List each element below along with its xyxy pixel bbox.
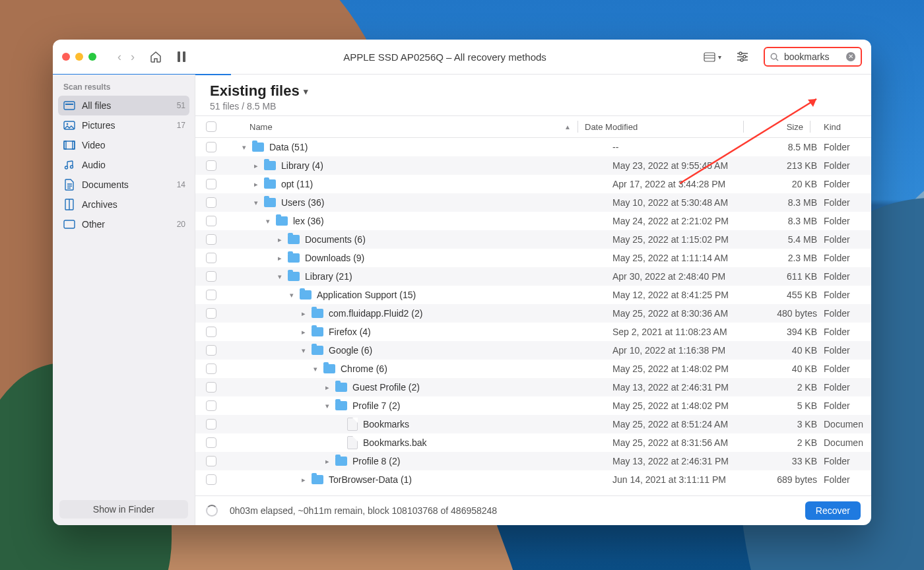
sidebar-item-all-files[interactable]: All files51 — [58, 96, 189, 115]
row-checkbox[interactable] — [206, 327, 216, 337]
row-checkbox[interactable] — [206, 364, 216, 374]
sidebar-item-other[interactable]: Other20 — [53, 214, 195, 234]
disclosure-toggle[interactable]: ▾ — [252, 199, 260, 207]
sidebar-item-count: 14 — [177, 180, 185, 189]
sidebar-item-archives[interactable]: Archives — [53, 195, 195, 214]
search-input[interactable] — [783, 51, 842, 63]
disclosure-toggle[interactable]: ▸ — [300, 328, 308, 336]
back-button[interactable]: ‹ — [117, 50, 121, 64]
table-row[interactable]: ▾Data (51)--8.5 MBFolder — [195, 138, 871, 156]
disclosure-toggle[interactable]: ▾ — [264, 217, 272, 226]
disclosure-toggle[interactable]: ▾ — [240, 143, 248, 152]
row-checkbox[interactable] — [206, 179, 216, 189]
view-mode-button[interactable]: ▾ — [704, 52, 721, 62]
results-title[interactable]: Existing files ▾ — [210, 82, 858, 100]
zoom-window-button[interactable] — [88, 53, 96, 61]
row-checkbox[interactable] — [206, 456, 216, 466]
column-size[interactable]: Size — [750, 122, 803, 132]
table-row[interactable]: ▸Documents (6)May 25, 2022 at 1:15:02 PM… — [195, 230, 871, 249]
svg-point-22 — [65, 166, 68, 169]
svg-point-8 — [743, 55, 746, 58]
disclosure-toggle[interactable]: ▾ — [288, 291, 296, 300]
column-name[interactable]: Name▲ — [220, 122, 571, 132]
sidebar-item-audio[interactable]: Audio — [53, 155, 195, 175]
row-checkbox[interactable] — [206, 474, 216, 485]
table-row[interactable]: Bookmarks.bakMay 25, 2022 at 8:31:56 AM2… — [195, 433, 871, 452]
file-kind: Folder — [817, 197, 863, 208]
sidebar-item-pictures[interactable]: Pictures17 — [53, 115, 195, 135]
disclosure-toggle[interactable]: ▾ — [312, 365, 319, 373]
filter-button[interactable] — [736, 51, 749, 62]
file-name: opt (11) — [281, 179, 313, 189]
file-date: Apr 30, 2022 at 2:48:40 PM — [612, 271, 764, 282]
folder-icon — [335, 401, 347, 410]
audio-icon — [63, 159, 75, 171]
row-checkbox[interactable] — [206, 234, 216, 245]
table-row[interactable]: ▸Firefox (4)Sep 2, 2021 at 11:08:23 AM39… — [195, 323, 871, 341]
row-checkbox[interactable] — [206, 437, 216, 448]
disclosure-toggle[interactable]: ▸ — [300, 309, 308, 318]
row-checkbox[interactable] — [206, 197, 216, 208]
table-row[interactable]: ▾Profile 7 (2)May 25, 2022 at 1:48:02 PM… — [195, 396, 871, 415]
disclosure-toggle[interactable]: ▸ — [323, 383, 331, 392]
table-row[interactable]: ▸Downloads (9)May 25, 2022 at 1:11:14 AM… — [195, 249, 871, 267]
row-checkbox[interactable] — [206, 290, 216, 300]
table-row[interactable]: ▾lex (36)May 24, 2022 at 2:21:02 PM8.3 M… — [195, 212, 871, 230]
disclosure-toggle[interactable]: ▾ — [300, 346, 308, 355]
row-checkbox[interactable] — [206, 271, 216, 282]
row-checkbox[interactable] — [206, 345, 216, 356]
disclosure-toggle[interactable]: ▸ — [323, 457, 331, 466]
file-list[interactable]: ▾Data (51)--8.5 MBFolder▸Library (4)May … — [195, 138, 871, 495]
table-row[interactable]: ▸com.fluidapp.Fluid2 (2)May 25, 2022 at … — [195, 304, 871, 323]
table-row[interactable]: ▸TorBrowser-Data (1)Jun 14, 2021 at 3:11… — [195, 470, 871, 489]
table-row[interactable]: ▸opt (11)Apr 17, 2022 at 3:44:28 PM20 KB… — [195, 175, 871, 193]
table-row[interactable]: ▸Library (4)May 23, 2022 at 9:55:45 AM21… — [195, 156, 871, 175]
minimize-window-button[interactable] — [75, 53, 83, 61]
table-row[interactable]: ▾Application Support (15)May 12, 2022 at… — [195, 286, 871, 304]
disclosure-toggle[interactable]: ▸ — [252, 162, 260, 170]
folder-icon — [264, 179, 276, 189]
column-date[interactable]: Date Modified — [585, 122, 737, 132]
table-row[interactable]: ▾Chrome (6)May 25, 2022 at 1:48:02 PM40 … — [195, 360, 871, 378]
disclosure-toggle[interactable]: ▸ — [252, 180, 260, 189]
file-size: 5 KB — [764, 400, 817, 411]
row-checkbox[interactable] — [206, 142, 216, 152]
file-size: 40 KB — [764, 364, 817, 374]
table-row[interactable]: ▸Guest Profile (2)May 13, 2022 at 2:46:3… — [195, 378, 871, 396]
table-row[interactable]: ▾Google (6)Apr 10, 2022 at 1:16:38 PM40 … — [195, 341, 871, 360]
row-checkbox[interactable] — [206, 253, 216, 263]
row-checkbox[interactable] — [206, 216, 216, 226]
search-field[interactable]: ✕ — [764, 47, 862, 67]
disclosure-toggle[interactable]: ▸ — [276, 236, 284, 244]
disclosure-toggle[interactable]: ▸ — [300, 476, 308, 484]
clear-search-button[interactable]: ✕ — [846, 52, 855, 61]
forward-button[interactable]: › — [131, 50, 135, 64]
home-button[interactable] — [149, 50, 162, 63]
sidebar-item-documents[interactable]: Documents14 — [53, 175, 195, 195]
recover-button[interactable]: Recover — [805, 501, 861, 520]
disclosure-toggle[interactable]: ▾ — [323, 402, 331, 410]
table-row[interactable]: ▸Profile 8 (2)May 13, 2022 at 2:46:31 PM… — [195, 452, 871, 470]
row-checkbox[interactable] — [206, 400, 216, 411]
row-checkbox[interactable] — [206, 382, 216, 393]
show-in-finder-button[interactable]: Show in Finder — [59, 500, 188, 519]
sidebar-item-video[interactable]: Video — [53, 135, 195, 155]
column-kind[interactable]: Kind — [817, 122, 863, 132]
close-window-button[interactable] — [62, 53, 70, 61]
table-row[interactable]: ▾Library (21)Apr 30, 2022 at 2:48:40 PM6… — [195, 267, 871, 286]
scan-status-text: 0h03m elapsed, ~0h11m remain, block 1081… — [230, 505, 497, 516]
search-icon — [770, 53, 779, 61]
file-size: 394 KB — [764, 327, 817, 337]
row-checkbox[interactable] — [206, 308, 216, 319]
disclosure-toggle[interactable]: ▾ — [276, 272, 284, 281]
select-all-checkbox[interactable] — [206, 121, 216, 132]
table-row[interactable]: BookmarksMay 25, 2022 at 8:51:24 AM3 KBD… — [195, 415, 871, 433]
disclosure-toggle[interactable]: ▸ — [276, 254, 284, 263]
table-row[interactable]: ▾Users (36)May 10, 2022 at 5:30:48 AM8.3… — [195, 193, 871, 212]
row-checkbox[interactable] — [206, 419, 216, 429]
file-name: Downloads (9) — [305, 253, 364, 263]
svg-rect-16 — [65, 104, 73, 105]
row-checkbox[interactable] — [206, 160, 216, 171]
pause-scan-button[interactable] — [177, 51, 186, 63]
file-date: May 12, 2022 at 8:41:25 PM — [612, 290, 764, 300]
